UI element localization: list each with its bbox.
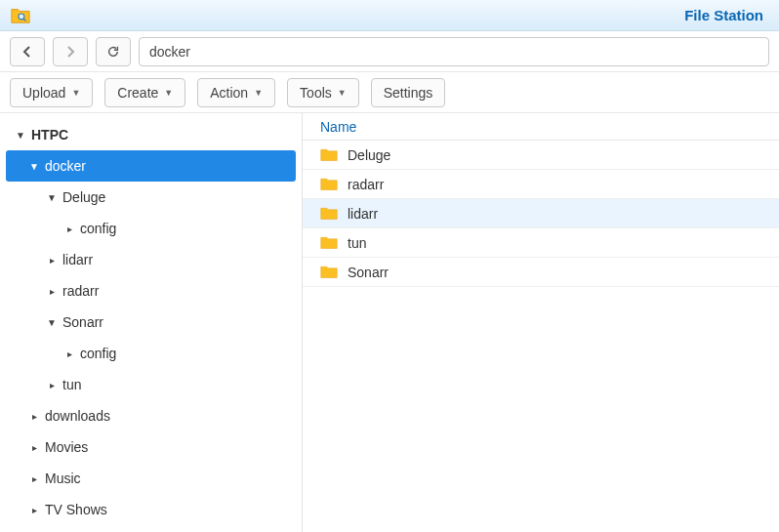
caret-down-icon: ▼ [71, 88, 80, 98]
arrow-right-icon: ▸ [62, 224, 76, 234]
folder-icon [320, 147, 338, 162]
file-row[interactable]: Deluge [303, 141, 779, 170]
caret-down-icon: ▼ [164, 88, 173, 98]
path-input[interactable] [139, 37, 769, 66]
tree-item[interactable]: ▸TV Shows [6, 494, 296, 525]
folder-icon [320, 206, 338, 221]
file-name: Deluge [348, 147, 390, 163]
file-name: radarr [348, 177, 384, 192]
arrow-down-icon: ▼ [45, 192, 59, 203]
file-name: lidarr [348, 206, 378, 222]
create-button[interactable]: Create▼ [104, 78, 185, 107]
file-row[interactable]: tun [303, 228, 779, 258]
settings-button[interactable]: Settings [371, 78, 446, 107]
tree-item-label: tun [62, 377, 81, 392]
nav-row [0, 31, 779, 72]
arrow-down-icon: ▼ [27, 161, 41, 172]
file-row[interactable]: Sonarr [303, 258, 779, 287]
folder-icon [320, 235, 338, 250]
tree-item[interactable]: ▸downloads [6, 400, 296, 431]
tree-item[interactable]: ▼Sonarr [6, 307, 296, 338]
create-label: Create [117, 85, 158, 101]
tree-item-label: lidarr [62, 252, 93, 267]
action-button[interactable]: Action▼ [197, 78, 275, 107]
back-button[interactable] [10, 37, 45, 66]
toolbar: Upload▼ Create▼ Action▼ Tools▼ Settings [0, 72, 779, 113]
arrow-right-icon: ▸ [45, 380, 59, 390]
refresh-icon [106, 45, 120, 59]
tree-item[interactable]: ▸Movies [6, 431, 296, 463]
tree-item[interactable]: ▸tun [6, 369, 296, 400]
tree-item[interactable]: ▸radarr [6, 275, 296, 307]
caret-down-icon: ▼ [254, 88, 263, 98]
tree-item[interactable]: ▼Deluge [6, 182, 296, 213]
tools-button[interactable]: Tools▼ [287, 78, 359, 107]
title-bar: File Station [0, 0, 779, 31]
arrow-right-icon: ▸ [27, 411, 41, 422]
tree-item-label: Sonarr [62, 314, 103, 330]
file-row[interactable]: radarr [303, 170, 779, 199]
tools-label: Tools [300, 85, 332, 101]
settings-label: Settings [384, 85, 433, 101]
tree-item-label: TV Shows [45, 502, 107, 517]
arrow-right-icon: ▸ [27, 442, 41, 453]
tree-item-label: config [80, 221, 116, 236]
tree-item[interactable]: ▸lidarr [6, 244, 296, 275]
refresh-button[interactable] [96, 37, 131, 66]
arrow-right-icon: ▸ [62, 348, 76, 359]
tree-item-label: docker [45, 158, 86, 174]
caret-down-icon: ▼ [338, 88, 347, 98]
tree-item-label: Music [45, 471, 81, 486]
folder-icon [320, 177, 338, 191]
chevron-right-icon [65, 46, 75, 58]
tree-item-label: radarr [62, 283, 99, 299]
tree-item-label: Movies [45, 439, 88, 455]
column-header-name[interactable]: Name [303, 113, 779, 141]
forward-button[interactable] [53, 37, 88, 66]
app-folder-search-icon [10, 5, 31, 26]
arrow-right-icon: ▸ [45, 286, 59, 297]
tree-root-label: HTPC [31, 127, 68, 143]
tree-item[interactable]: ▸config [6, 213, 296, 244]
tree-item-label: config [80, 346, 116, 361]
arrow-down-icon: ▼ [45, 317, 59, 328]
svg-point-0 [19, 13, 24, 19]
arrow-right-icon: ▸ [27, 473, 41, 484]
tree-item-label: Deluge [62, 189, 105, 205]
file-name: tun [348, 235, 366, 251]
column-name-label: Name [320, 119, 356, 135]
file-list: Name DelugeradarrlidarrtunSonarr [303, 113, 779, 532]
chevron-left-icon [22, 46, 32, 58]
action-label: Action [210, 85, 248, 101]
arrow-right-icon: ▸ [45, 255, 59, 266]
upload-button[interactable]: Upload▼ [10, 78, 93, 107]
folder-tree: ▼ HTPC ▼docker▼Deluge▸config▸lidarr▸rada… [0, 113, 303, 532]
tree-item[interactable]: ▸config [6, 338, 296, 369]
app-title: File Station [684, 7, 769, 23]
arrow-right-icon: ▸ [27, 505, 41, 515]
tree-root[interactable]: ▼ HTPC [6, 119, 296, 150]
main-split: ▼ HTPC ▼docker▼Deluge▸config▸lidarr▸rada… [0, 113, 779, 532]
folder-icon [320, 265, 338, 279]
file-row[interactable]: lidarr [303, 199, 779, 228]
tree-item[interactable]: ▸Music [6, 463, 296, 494]
arrow-down-icon: ▼ [14, 130, 27, 141]
tree-item[interactable]: ▼docker [6, 150, 296, 182]
tree-item-label: downloads [45, 408, 110, 424]
file-name: Sonarr [348, 265, 389, 280]
upload-label: Upload [22, 85, 65, 101]
